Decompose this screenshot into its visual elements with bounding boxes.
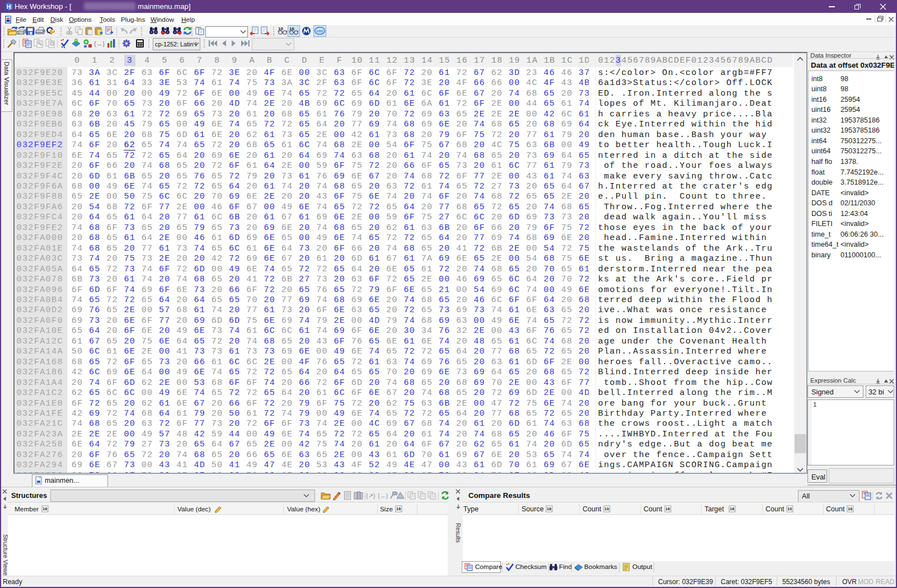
svg-text:10: 10 <box>278 26 283 31</box>
svg-text:16: 16 <box>43 506 47 511</box>
svg-text:16: 16 <box>665 506 670 511</box>
svg-text:intel: intel <box>316 29 323 33</box>
svg-text:16: 16 <box>396 506 401 511</box>
svg-text:H: H <box>7 3 11 10</box>
svg-text:16: 16 <box>547 506 551 511</box>
svg-text:16: 16 <box>848 506 852 511</box>
svg-text:16: 16 <box>289 26 294 31</box>
svg-text:{↔}: {↔} <box>94 40 105 47</box>
svg-text:{↔}: {↔} <box>378 492 388 499</box>
svg-text:16: 16 <box>730 506 734 511</box>
svg-text:10: 10 <box>787 506 792 511</box>
svg-text:{↗}: {↗} <box>366 492 375 499</box>
svg-text:10: 10 <box>604 506 609 511</box>
